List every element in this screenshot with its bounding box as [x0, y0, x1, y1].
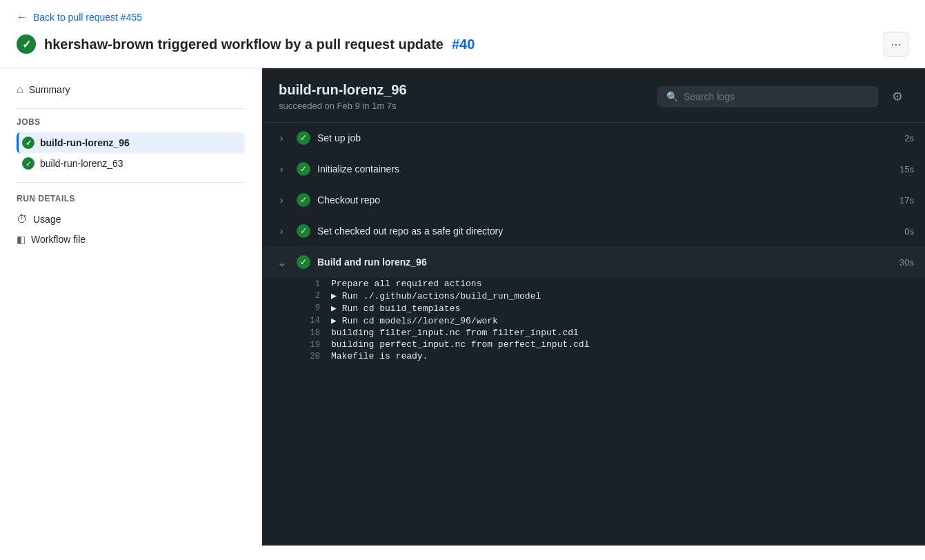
- log-line-content: building filter_input.nc from filter_inp…: [331, 328, 579, 338]
- divider-2: [17, 182, 245, 183]
- log-line: 14▶ Run cd models//lorenz_96/work: [295, 314, 914, 327]
- usage-link[interactable]: ⏱ Usage: [17, 209, 245, 230]
- step-name-1: Initialize containers: [317, 163, 899, 174]
- step-duration-4: 30s: [899, 257, 914, 268]
- workflow-title-text: hkershaw-brown triggered workflow by a p…: [44, 37, 444, 52]
- log-line: 19building perfect_input.nc from perfect…: [295, 339, 914, 350]
- home-icon: ⌂: [17, 83, 23, 96]
- step-row-build-lorenz96[interactable]: ⌄ ✓ Build and run lorenz_96 30s: [262, 247, 925, 278]
- job-list: ✓ build-run-lorenz_96 ✓ build-run-lorenz…: [17, 132, 245, 174]
- search-icon: 🔍: [666, 91, 678, 102]
- job-header-right: 🔍 ⚙: [657, 86, 908, 108]
- workflow-file-label: Workflow file: [31, 234, 86, 245]
- more-options-button[interactable]: ···: [884, 32, 908, 57]
- job-status: succeeded on Feb 9 in 1m 7s: [279, 101, 407, 111]
- log-line-number: 19: [295, 339, 320, 350]
- step-success-icon-4: ✓: [297, 255, 310, 269]
- log-line-content: Makefile is ready.: [331, 351, 428, 361]
- step-success-icon-2: ✓: [297, 193, 310, 207]
- chevron-right-icon-3: ›: [273, 223, 290, 239]
- step-row-set-checked-out-repo[interactable]: › ✓ Set checked out repo as a safe git d…: [262, 216, 925, 247]
- sidebar: ⌂ Summary Jobs ✓ build-run-lorenz_96 ✓ b…: [0, 68, 262, 546]
- workflow-success-icon: ✓: [17, 34, 36, 54]
- log-line: 1Prepare all required actions: [295, 278, 914, 290]
- summary-link[interactable]: ⌂ Summary: [17, 79, 245, 100]
- log-line-number: 18: [295, 328, 320, 338]
- step-row-set-up-job[interactable]: › ✓ Set up job 2s: [262, 123, 925, 154]
- chevron-down-icon-4: ⌄: [273, 254, 290, 270]
- workflow-file-link[interactable]: ◧ Workflow file: [17, 230, 245, 249]
- back-link-label: Back to pull request #455: [33, 12, 142, 23]
- log-line-number: 2: [295, 290, 320, 301]
- step-name-0: Set up job: [317, 132, 904, 143]
- log-line-content: building perfect_input.nc from perfect_i…: [331, 339, 589, 350]
- workflow-header: ✓ hkershaw-brown triggered workflow by a…: [17, 32, 908, 62]
- log-line: 9▶ Run cd build_templates: [295, 302, 914, 314]
- gear-icon: ⚙: [892, 89, 903, 104]
- workflow-title: ✓ hkershaw-brown triggered workflow by a…: [17, 34, 475, 54]
- step-duration-0: 2s: [904, 133, 914, 143]
- back-link[interactable]: ← Back to pull request #455: [17, 11, 908, 23]
- job-title: build-run-lorenz_96: [279, 82, 407, 98]
- clock-icon: ⏱: [17, 213, 28, 226]
- log-line-content: ▶ Run cd build_templates: [331, 303, 460, 314]
- log-line-number: 9: [295, 303, 320, 313]
- log-line: 2▶ Run ./.github/actions/build_run_model: [295, 290, 914, 302]
- step-success-icon-1: ✓: [297, 162, 310, 176]
- steps-list: › ✓ Set up job 2s › ✓ Initialize contain…: [262, 123, 925, 546]
- log-line: 20 Makefile is ready.: [295, 350, 914, 362]
- job-header: build-run-lorenz_96 succeeded on Feb 9 i…: [262, 68, 925, 123]
- job-header-left: build-run-lorenz_96 succeeded on Feb 9 i…: [279, 82, 407, 111]
- step-duration-2: 17s: [899, 195, 914, 206]
- main-content: build-run-lorenz_96 succeeded on Feb 9 i…: [262, 68, 925, 546]
- log-output: 1Prepare all required actions2▶ Run ./.g…: [262, 278, 925, 373]
- run-details-label: Run details: [17, 194, 245, 203]
- log-line-number: 1: [295, 279, 320, 289]
- step-name-3: Set checked out repo as a safe git direc…: [317, 226, 904, 237]
- job-item-lorenz63[interactable]: ✓ build-run-lorenz_63: [17, 153, 245, 174]
- chevron-right-icon-0: ›: [273, 130, 290, 146]
- log-line-number: 14: [295, 315, 320, 326]
- file-icon: ◧: [17, 234, 26, 245]
- search-logs-input[interactable]: [684, 91, 869, 102]
- step-name-4: Build and run lorenz_96: [317, 257, 899, 268]
- jobs-section-label: Jobs: [17, 117, 245, 127]
- run-details-section: Run details ⏱ Usage ◧ Workflow file: [17, 194, 245, 249]
- job-success-icon-lorenz96: ✓: [22, 137, 34, 149]
- log-line-content: ▶ Run cd models//lorenz_96/work: [331, 315, 498, 326]
- chevron-right-icon-2: ›: [273, 192, 290, 208]
- step-success-icon-0: ✓: [297, 131, 310, 145]
- log-line-content: ▶ Run ./.github/actions/build_run_model: [331, 290, 541, 301]
- more-options-icon: ···: [891, 37, 901, 52]
- step-success-icon-3: ✓: [297, 224, 310, 238]
- step-row-checkout-repo[interactable]: › ✓ Checkout repo 17s: [262, 185, 925, 216]
- job-success-icon-lorenz63: ✓: [22, 157, 34, 170]
- job-item-lorenz96[interactable]: ✓ build-run-lorenz_96: [17, 132, 245, 153]
- log-line-content: Prepare all required actions: [331, 279, 481, 289]
- settings-button[interactable]: ⚙: [886, 86, 908, 108]
- log-line-number: 20: [295, 351, 320, 361]
- back-arrow-icon: ←: [17, 11, 28, 23]
- step-row-initialize-containers[interactable]: › ✓ Initialize containers 15s: [262, 154, 925, 185]
- search-box[interactable]: 🔍: [657, 86, 878, 107]
- top-bar: ← Back to pull request #455 ✓ hkershaw-b…: [0, 0, 925, 68]
- job-label-lorenz96: build-run-lorenz_96: [40, 137, 130, 148]
- summary-label: Summary: [29, 84, 70, 95]
- step-duration-1: 15s: [899, 164, 914, 174]
- workflow-run-number[interactable]: #40: [452, 37, 475, 52]
- step-duration-3: 0s: [904, 226, 914, 237]
- main-layout: ⌂ Summary Jobs ✓ build-run-lorenz_96 ✓ b…: [0, 68, 925, 546]
- log-line: 18building filter_input.nc from filter_i…: [295, 327, 914, 339]
- chevron-right-icon-1: ›: [273, 161, 290, 177]
- step-name-2: Checkout repo: [317, 194, 899, 206]
- usage-label: Usage: [33, 214, 61, 225]
- divider-1: [17, 108, 245, 109]
- job-label-lorenz63: build-run-lorenz_63: [40, 158, 123, 169]
